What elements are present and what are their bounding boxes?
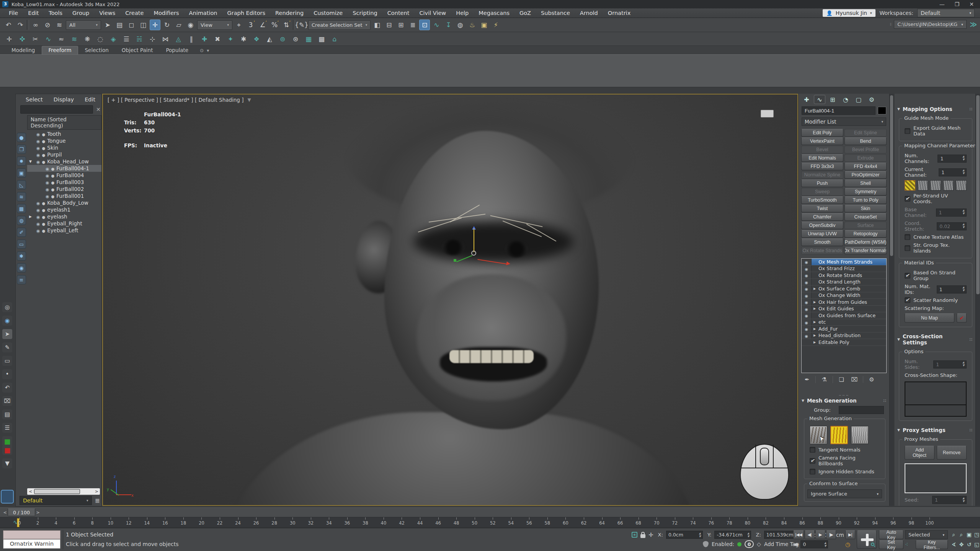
node-visibility-icon[interactable]: [46, 172, 49, 178]
modifier-button[interactable]: Sweep: [801, 188, 843, 196]
toggle-scene-explorer-icon[interactable]: ⊞: [395, 20, 406, 30]
sort-header[interactable]: Name (Sorted Descending): [27, 115, 101, 130]
set-keys-button[interactable]: [857, 530, 877, 549]
undo-icon[interactable]: ↶: [3, 20, 14, 30]
ribbon-minimize-icon[interactable]: ▾: [207, 48, 209, 53]
maximize-icon[interactable]: ❐: [955, 1, 960, 7]
seed-spinner[interactable]: 1: [932, 496, 967, 504]
plugin-tool-icon[interactable]: ☵: [134, 34, 145, 44]
modifier-stack-item[interactable]: Ox Rotate Strands: [802, 272, 886, 279]
modifier-stack-item[interactable]: Ox Strand Frizz: [802, 266, 886, 272]
scene-node[interactable]: Purpil: [27, 151, 101, 158]
hierarchy-tab-icon[interactable]: ⊞: [827, 95, 838, 104]
node-visibility-icon[interactable]: [46, 165, 49, 171]
key-filters-button[interactable]: Key Filters...: [916, 540, 948, 549]
annotate-undo-icon[interactable]: ↶: [2, 383, 12, 393]
ribbon-tab[interactable]: Object Paint: [116, 46, 159, 54]
modifier-stack-item[interactable]: Ox Change Width: [802, 292, 886, 299]
tangent-normals-checkbox[interactable]: Tangent Normals: [807, 446, 882, 454]
annotate-clear-icon[interactable]: ⌧: [2, 396, 12, 406]
scrollbar-thumb[interactable]: [34, 489, 80, 494]
scene-node[interactable]: FurBall002: [27, 186, 101, 192]
show-end-result-icon[interactable]: ⚗: [820, 375, 829, 384]
modifier-button[interactable]: Push: [801, 179, 843, 187]
expand-icon[interactable]: [812, 327, 818, 331]
modifier-button[interactable]: ProOptimizer: [844, 171, 887, 179]
node-visibility-icon[interactable]: [36, 227, 40, 233]
expand-icon[interactable]: [812, 300, 818, 304]
modifier-button[interactable]: Chamfer: [801, 213, 843, 221]
modifier-button[interactable]: Unwrap UVW: [801, 230, 843, 238]
display-xrefs-filter-icon[interactable]: ◍: [17, 216, 26, 225]
menu-item[interactable]: File: [4, 9, 23, 17]
display-lights-filter-icon[interactable]: ✹: [17, 156, 26, 166]
move-gizmo[interactable]: [459, 228, 520, 282]
modifier-visibility-icon[interactable]: [802, 319, 812, 326]
modifier-stack-item[interactable]: Ox Hair from Guides: [802, 299, 886, 306]
annotate-color-red-icon[interactable]: ■: [2, 445, 12, 455]
modifier-button[interactable]: Edit Poly: [801, 129, 843, 137]
maxscript-mini-listener[interactable]: [3, 530, 60, 539]
plugin-tool-icon[interactable]: ✜: [17, 34, 28, 44]
material-editor-icon[interactable]: ◍: [455, 20, 466, 30]
params-panel-scrollbar[interactable]: [975, 94, 980, 506]
menu-item[interactable]: Animation: [184, 9, 222, 17]
conform-surface-dropdown[interactable]: Ignore Surface ▾: [807, 489, 882, 498]
modifier-button[interactable]: FFD 3x3x3: [801, 163, 843, 170]
select-by-name-icon[interactable]: ▤: [114, 20, 125, 30]
menu-item[interactable]: Tools: [44, 9, 67, 17]
modifier-button[interactable]: Symmetry: [844, 188, 887, 196]
display-helpers-filter-icon[interactable]: ◺: [17, 180, 26, 189]
display-cameras-filter-icon[interactable]: ▣: [17, 168, 26, 178]
modifier-stack-item[interactable]: etc: [802, 319, 886, 326]
plugin-tool-icon[interactable]: ∿: [43, 34, 54, 44]
transform-type-in-icon[interactable]: ✛: [648, 531, 653, 538]
menu-item[interactable]: Substance: [536, 9, 575, 17]
set-key-button[interactable]: Set Key: [879, 540, 903, 549]
modifier-button[interactable]: Edit Spline: [844, 129, 887, 137]
selection-lock-icon[interactable]: [640, 534, 645, 538]
play-button[interactable]: ▶: [815, 530, 825, 539]
display-visibility-filter-icon[interactable]: ◉: [17, 263, 26, 272]
plugin-tool-icon[interactable]: ✱: [238, 34, 249, 44]
menu-item[interactable]: Rendering: [270, 9, 309, 17]
window-crossing-icon[interactable]: ◫: [138, 20, 149, 30]
viewport-label-text[interactable]: [ + ] [ Perspective ] [ Standard* ] [ De…: [108, 97, 243, 103]
expand-icon[interactable]: [812, 307, 818, 310]
display-particles-filter-icon[interactable]: ✱: [17, 251, 26, 261]
modifier-stack-item[interactable]: Head_distribution: [802, 333, 886, 339]
modifier-button[interactable]: Extrude: [844, 154, 887, 162]
search-input[interactable]: [20, 105, 93, 114]
scene-node[interactable]: Koba_Head_Low: [27, 158, 101, 165]
menu-item[interactable]: Megascans: [474, 9, 514, 17]
scene-explorer-menu[interactable]: Select: [21, 96, 47, 103]
plugin-tool-icon[interactable]: ⋈: [160, 34, 171, 44]
toggle-ribbon-icon[interactable]: ⊡: [419, 20, 430, 30]
cross-section-shape-preview[interactable]: [905, 381, 967, 417]
curve-editor-icon[interactable]: ∿: [431, 20, 442, 30]
create-texture-atlas-checkbox[interactable]: Create Texture Atlas: [902, 233, 969, 241]
modifier-stack-item[interactable]: Editable Poly: [802, 339, 886, 346]
project-path-dropdown[interactable]: C:\Users\JIN\Desktop\KG ▾: [894, 20, 967, 29]
pan-icon[interactable]: ✥: [958, 540, 965, 549]
num-channels-spinner[interactable]: 1: [938, 155, 967, 163]
plugin-tool-icon[interactable]: ▩: [316, 34, 327, 44]
annotate-eraser-icon[interactable]: ▭: [2, 356, 12, 366]
next-frame-button[interactable]: |▶: [826, 530, 836, 539]
per-strand-uv-checkbox[interactable]: Per-Strand UV Coords.: [902, 192, 969, 205]
scene-node[interactable]: eyelash1: [27, 206, 101, 213]
modifier-button[interactable]: Shell: [844, 179, 887, 187]
scene-node[interactable]: FurBall003: [27, 179, 101, 186]
configure-modifier-sets-icon[interactable]: ⚙: [867, 375, 876, 384]
display-none-filter-icon[interactable]: ●: [17, 133, 26, 142]
previous-frame-arrow[interactable]: <: [2, 510, 8, 515]
uv-mode-button[interactable]: [905, 180, 915, 191]
frame-nav-icon[interactable]: ◀▶: [793, 542, 799, 546]
menu-item[interactable]: Create: [120, 9, 149, 17]
modifier-visibility-icon[interactable]: [802, 292, 812, 299]
plugin-tool-icon[interactable]: ❖: [251, 34, 262, 44]
annotate-collapse-icon[interactable]: ▼: [2, 458, 12, 468]
select-and-place-icon[interactable]: ◉: [185, 20, 196, 30]
modifier-button[interactable]: CreaseSet: [844, 213, 887, 221]
select-and-rotate-icon[interactable]: ↻: [162, 20, 172, 30]
